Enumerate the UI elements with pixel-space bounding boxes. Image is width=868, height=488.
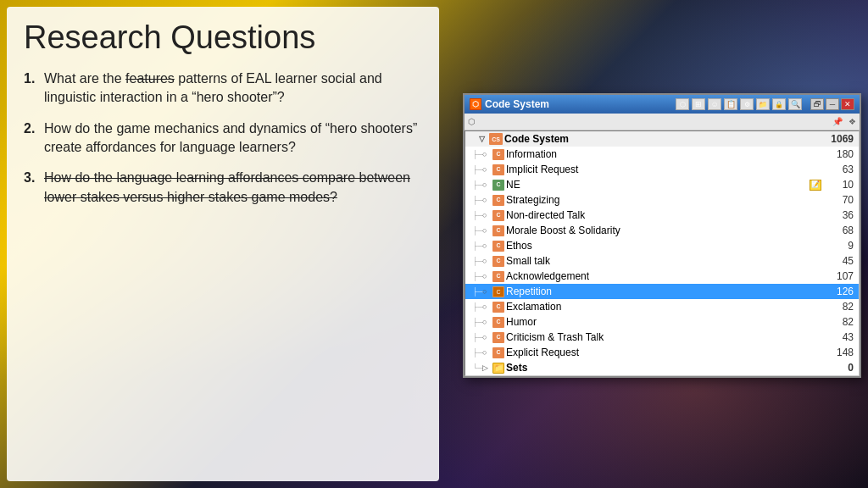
tree-label-acknowledgement: Acknowledgement xyxy=(506,270,825,282)
tree-toggle[interactable]: ○ xyxy=(482,257,492,265)
tree-toggle[interactable]: ○ xyxy=(482,211,492,219)
connector: ├─ xyxy=(472,333,482,341)
tree-row-non-directed[interactable]: ├─ ○ C Non-directed Talk 36 xyxy=(465,208,859,223)
question-number-2: 2. xyxy=(24,119,44,138)
list-item: 2. How do the game mechanics and dynamic… xyxy=(24,119,422,158)
connector: ├─ xyxy=(472,348,482,357)
minimize-button[interactable]: ─ xyxy=(826,98,839,110)
tree-count-explicit-request: 148 xyxy=(825,347,859,358)
toolbar-expand-icon: ❖ xyxy=(849,117,856,126)
tree-toggle[interactable]: ○ xyxy=(482,196,492,204)
code-icon-humor: C xyxy=(492,317,504,328)
tree-row-acknowledgement[interactable]: ├─ ○ C Acknowledgement 107 xyxy=(465,269,859,284)
code-system-window: ⬡ Code System ⬡ ⊞ ☺ 📋 ⚙ 📁 🔒 🔍 🗗 ─ ✕ ⬡ 📌 … xyxy=(463,93,861,378)
tree-toggle[interactable]: ○ xyxy=(482,150,492,158)
tree-count-morale: 68 xyxy=(825,225,859,236)
code-icon-criticism: C xyxy=(492,332,504,343)
tree-count-criticism: 43 xyxy=(825,331,859,343)
tree-toggle[interactable]: ○ xyxy=(482,318,492,326)
tree-count-ethos: 9 xyxy=(825,240,859,252)
window-controls: 🗗 ─ ✕ xyxy=(810,98,854,110)
tree-toggle[interactable]: ○ xyxy=(482,226,492,235)
code-icon-acknowledgement: C xyxy=(492,271,504,282)
code-icon-implicit: C xyxy=(492,164,504,175)
slide-content-panel: Research Questions 1. What are the featu… xyxy=(7,7,439,481)
codesystem-icon: CS xyxy=(489,133,503,145)
tree-row-sets[interactable]: └─ ▷ 📁 Sets 0 xyxy=(465,360,859,375)
tree-toggle[interactable]: ○ xyxy=(482,165,492,174)
connector: ├─ xyxy=(472,272,482,280)
icon-grid[interactable]: ⊞ xyxy=(692,98,705,110)
connector: └─ xyxy=(472,363,482,372)
tree-count-repetition: 126 xyxy=(825,286,859,297)
icon-paste[interactable]: 📋 xyxy=(724,98,737,110)
tree-toggle[interactable]: ○ xyxy=(482,333,492,341)
window-titlebar: ⬡ Code System ⬡ ⊞ ☺ 📋 ⚙ 📁 🔒 🔍 🗗 ─ ✕ xyxy=(465,95,860,114)
window-title: Code System xyxy=(485,98,669,110)
window-toolbar-row2: ⬡ 📌 ❖ xyxy=(465,114,860,130)
tree-row-exclamation[interactable]: ├─ ○ C Exclamation 82 xyxy=(465,299,859,314)
tree-label-ne: NE xyxy=(506,179,810,191)
question-number-3: 3. xyxy=(24,169,44,187)
tree-count-non-directed: 36 xyxy=(825,209,859,221)
code-icon-small-talk: C xyxy=(492,256,504,267)
tree-row-strategizing[interactable]: ├─ ○ C Strategizing 70 xyxy=(465,192,859,208)
tree-row-repetition[interactable]: ├─ ○ C Repetition 126 xyxy=(465,284,859,299)
tree-count-exclamation: 82 xyxy=(825,301,859,313)
tree-label-implicit-request: Implicit Request xyxy=(506,164,825,175)
tree-row-information[interactable]: ├─ ○ C Information 180 xyxy=(465,147,859,162)
tree-toggle[interactable]: ○ xyxy=(482,241,492,250)
code-icon-ethos: C xyxy=(492,241,504,252)
code-icon-exclamation: C xyxy=(492,302,504,313)
tree-toggle[interactable]: ○ xyxy=(482,348,492,357)
tree-count-information: 180 xyxy=(825,148,859,160)
restore-button[interactable]: 🗗 xyxy=(810,98,824,110)
connector: ├─ xyxy=(472,196,482,204)
icon-folder[interactable]: 📁 xyxy=(756,98,770,110)
icon-smiley[interactable]: ☺ xyxy=(708,98,721,110)
tree-label-morale: Morale Boost & Solidarity xyxy=(506,225,825,236)
tree-label-non-directed: Non-directed Talk xyxy=(506,209,825,221)
tree-row-criticism[interactable]: ├─ ○ C Criticism & Trash Talk 43 xyxy=(465,330,859,345)
icon-settings[interactable]: ⚙ xyxy=(740,98,754,110)
code-icon-non-directed: C xyxy=(492,210,504,221)
folder-icon-sets: 📁 xyxy=(492,363,504,374)
code-icon-repetition: C xyxy=(492,286,504,297)
tree-count-small-talk: 45 xyxy=(825,255,859,267)
tree-row-morale[interactable]: ├─ ○ C Morale Boost & Solidarity 68 xyxy=(465,223,859,238)
tree-label-criticism: Criticism & Trash Talk xyxy=(506,331,825,343)
tree-count-ne: 10 xyxy=(825,179,859,191)
icon-copy[interactable]: ⬡ xyxy=(676,98,689,110)
tree-row-explicit-request[interactable]: ├─ ○ C Explicit Request 148 xyxy=(465,345,859,360)
questions-list: 1. What are the features patterns of EAL… xyxy=(24,69,422,207)
toolbar-icon-small: ⬡ xyxy=(468,117,476,126)
tree-row-humor[interactable]: ├─ ○ C Humor 82 xyxy=(465,314,859,330)
tree-toggle[interactable]: ○ xyxy=(482,302,492,311)
note-icon: 📝 xyxy=(810,180,821,191)
close-button[interactable]: ✕ xyxy=(841,98,854,110)
connector: ├─ xyxy=(472,226,482,235)
tree-toggle[interactable]: ○ xyxy=(482,180,492,189)
tree-toggle[interactable]: ▽ xyxy=(479,135,489,143)
tree-row-codesystem[interactable]: ▽ CS Code System 1069 xyxy=(465,131,859,147)
code-icon-ne: C xyxy=(492,180,504,191)
connector: ├─ xyxy=(472,302,482,311)
connector: ├─ xyxy=(472,211,482,219)
connector: ├─ xyxy=(472,180,482,189)
tree-toggle[interactable]: ○ xyxy=(482,287,492,296)
tree-row-small-talk[interactable]: ├─ ○ C Small talk 45 xyxy=(465,253,859,269)
tree-row-ethos[interactable]: ├─ ○ C Ethos 9 xyxy=(465,238,859,253)
tree-label-information: Information xyxy=(506,148,825,160)
question-number-1: 1. xyxy=(24,69,44,88)
tree-row-implicit-request[interactable]: ├─ ○ C Implicit Request 63 xyxy=(465,162,859,177)
tree-label-sets: Sets xyxy=(506,362,825,374)
tree-count-humor: 82 xyxy=(825,316,859,328)
tree-label-ethos: Ethos xyxy=(506,240,825,252)
tree-label-explicit-request: Explicit Request xyxy=(506,347,825,358)
tree-toggle[interactable]: ▷ xyxy=(482,363,492,372)
tree-toggle[interactable]: ○ xyxy=(482,272,492,280)
icon-search[interactable]: 🔍 xyxy=(788,98,802,110)
connector: ├─ xyxy=(472,241,482,250)
tree-row-ne[interactable]: ├─ ○ C NE 📝 10 xyxy=(465,177,859,192)
icon-lock[interactable]: 🔒 xyxy=(772,98,786,110)
